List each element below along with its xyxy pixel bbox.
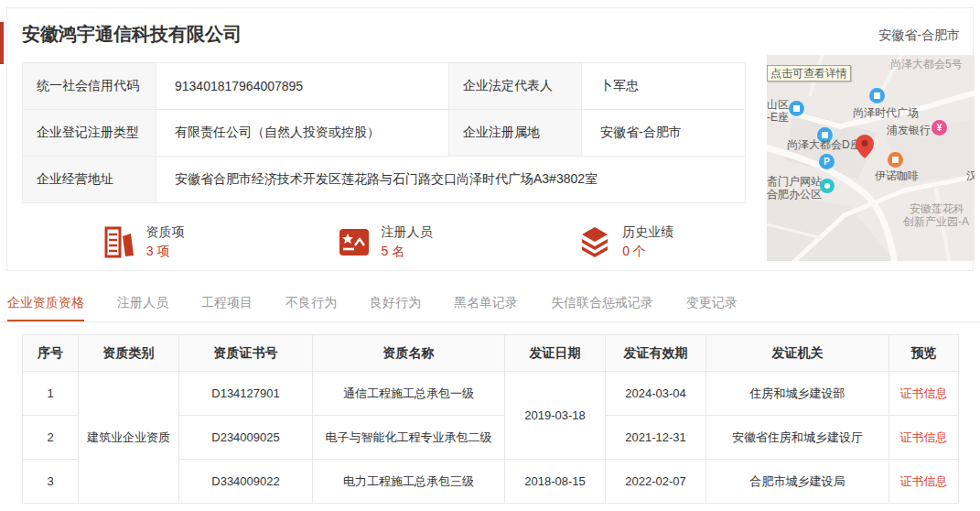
stat-label: 历史业绩 [622, 223, 673, 242]
authority-cell: 住房和城乡建设部 [706, 372, 889, 416]
map-pin-icon[interactable] [855, 134, 875, 159]
building-icon [101, 223, 137, 260]
stat-qualifications[interactable]: 资质项 3 项 [22, 218, 264, 266]
cert-name-cell: 电力工程施工总承包三级 [313, 460, 505, 504]
tab-qualifications[interactable]: 企业资质资格 [7, 288, 84, 321]
certificate-info-link[interactable]: 证书信息 [889, 372, 959, 416]
table-row: 统一社会信用代码 913401817964007895 企业法定代表人 卜军忠 [23, 63, 746, 110]
valid-until-cell: 2024-03-04 [606, 372, 706, 416]
map-label: 尚泽时代广场 [853, 105, 919, 121]
col-valid-until: 发证有效期 [606, 335, 706, 372]
table-row: 企业经营地址 安徽省合肥市经济技术开发区莲花路与石门路交口尚泽时代广场A3#38… [23, 157, 746, 203]
col-no: 序号 [23, 335, 79, 372]
qualification-table: 序号 资质类别 资质证书号 资质名称 发证日期 发证有效期 发证机关 预览 1 … [22, 334, 959, 504]
page-title: 安徽鸿宇通信科技有限公司 [22, 22, 242, 47]
map-poi-building-icon[interactable] [869, 88, 885, 103]
row-no: 1 [23, 372, 79, 416]
company-info-table: 统一社会信用代码 913401817964007895 企业法定代表人 卜军忠 … [22, 62, 746, 203]
stat-historical-performance[interactable]: 历史业绩 0 个 [504, 218, 746, 266]
tab-blacklist[interactable]: 黑名单记录 [454, 288, 518, 321]
tab-good-behavior[interactable]: 良好行为 [370, 288, 421, 321]
stats-row: 资质项 3 项 注册人员 5 名 历史业绩 [22, 218, 746, 266]
credit-code-value: 913401817964007895 [156, 63, 449, 110]
cert-name-cell: 通信工程施工总承包一级 [313, 372, 505, 416]
map-label: 尚泽大都会5号 [890, 57, 963, 72]
category-cell: 建筑业企业资质 [79, 372, 179, 504]
address-value: 安徽省合肥市经济技术开发区莲花路与石门路交口尚泽时代广场A3#3802室 [156, 157, 746, 203]
company-profile-page: 安徽鸿宇通信科技有限公司 安徽省-合肥市 统一社会信用代码 9134018179… [0, 0, 980, 511]
tab-change-records[interactable]: 变更记录 [686, 288, 738, 321]
map-label: -E座 [767, 110, 789, 125]
stat-value: 5 名 [382, 242, 433, 261]
col-preview: 预览 [889, 335, 959, 372]
table-row: 1 建筑业企业资质 D134127901 通信工程施工总承包一级 2019-03… [23, 372, 959, 416]
stat-value: 3 项 [146, 242, 185, 261]
row-no: 3 [23, 460, 79, 504]
reg-region-label: 企业注册属地 [449, 110, 582, 157]
map-poi-office-icon[interactable] [820, 179, 835, 193]
valid-until-cell: 2022-02-07 [606, 460, 706, 504]
legal-rep-value: 卜军忠 [582, 63, 746, 110]
map-label: 浦发银行 [887, 123, 931, 138]
map-label: 伊诺咖啡 [875, 169, 919, 184]
cert-name-cell: 电子与智能化工程专业承包二级 [313, 416, 505, 460]
reg-type-value: 有限责任公司（自然人投资或控股） [156, 110, 449, 157]
map-poi-building-icon[interactable] [789, 101, 804, 116]
layers-icon [576, 223, 613, 260]
stat-label: 注册人员 [382, 223, 433, 242]
issue-date-cell: 2018-08-15 [505, 460, 606, 504]
certificate-icon [336, 223, 372, 260]
table-row: 企业登记注册类型 有限责任公司（自然人投资或控股） 企业注册属地 安徽省-合肥市 [23, 110, 746, 157]
map-label: 汉 [966, 169, 975, 184]
stat-label: 资质项 [146, 223, 185, 242]
address-label: 企业经营地址 [23, 157, 156, 203]
stat-registered-personnel[interactable]: 注册人员 5 名 [264, 218, 505, 266]
map-poi-coffee-icon[interactable] [888, 152, 903, 168]
map-label: 创新产业园-A [903, 214, 969, 230]
row-no: 2 [23, 416, 79, 460]
col-cert-no: 资质证书号 [179, 335, 313, 372]
map-poi-bank-icon[interactable]: ¥ [932, 120, 947, 136]
map-poi-parking-icon[interactable]: P [819, 154, 835, 169]
title-accent-bar [0, 22, 4, 64]
col-issue-date: 发证日期 [505, 335, 606, 372]
tab-dishonesty-records[interactable]: 失信联合惩戒记录 [551, 288, 653, 321]
map-label: 尚泽大都会D座 [787, 137, 861, 153]
authority-cell: 合肥市城乡建设局 [706, 460, 889, 504]
tab-bar: 企业资质资格 注册人员 工程项目 不良行为 良好行为 黑名单记录 失信联合惩戒记… [0, 288, 980, 322]
cert-no-cell: D334009022 [179, 460, 313, 504]
col-authority: 发证机关 [706, 335, 889, 372]
reg-region-value: 安徽省-合肥市 [582, 110, 746, 157]
table-header-row: 序号 资质类别 资质证书号 资质名称 发证日期 发证有效期 发证机关 预览 [23, 335, 959, 372]
reg-type-label: 企业登记注册类型 [23, 110, 156, 157]
legal-rep-label: 企业法定代表人 [449, 63, 582, 110]
tab-bad-behavior[interactable]: 不良行为 [285, 288, 337, 321]
company-location-map[interactable]: 尚泽大都会5号 山区 -E座 尚泽时代广场 浦发银行 ¥ 尚泽大都会D座 P 伊… [767, 55, 975, 261]
issue-date-cell: 2019-03-18 [505, 372, 606, 460]
authority-cell: 安徽省住房和城乡建设厅 [706, 416, 889, 460]
map-label: 合肥办公区 [767, 187, 822, 202]
tab-projects[interactable]: 工程项目 [201, 288, 253, 321]
cert-no-cell: D234009025 [179, 416, 313, 460]
certificate-info-link[interactable]: 证书信息 [889, 460, 959, 504]
map-tooltip: 点击可查看详情 [767, 65, 851, 82]
valid-until-cell: 2021-12-31 [606, 416, 706, 460]
tab-registered-personnel[interactable]: 注册人员 [117, 288, 168, 321]
cert-no-cell: D134127901 [179, 372, 313, 416]
company-region: 安徽省-合肥市 [878, 27, 960, 44]
col-name: 资质名称 [313, 335, 505, 372]
col-category: 资质类别 [79, 335, 179, 372]
stat-value: 0 个 [622, 242, 673, 261]
credit-code-label: 统一社会信用代码 [23, 63, 156, 110]
certificate-info-link[interactable]: 证书信息 [889, 416, 959, 460]
